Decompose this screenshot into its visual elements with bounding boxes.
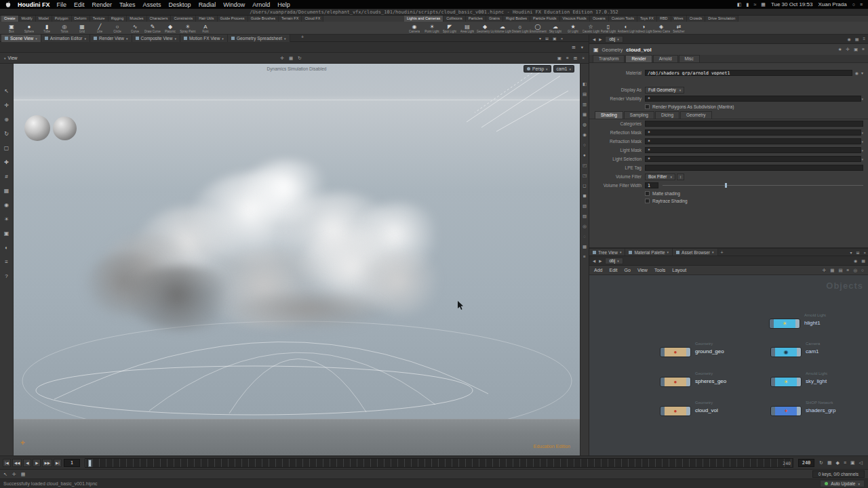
shelf-tool[interactable]: ╱ Line xyxy=(91,22,108,35)
jump-to-end-button[interactable]: ▶| xyxy=(54,459,62,467)
menu-bar-user[interactable]: Xuan Prada xyxy=(818,1,846,7)
new-pane-tab-button[interactable]: + xyxy=(718,249,726,256)
shelf-tab[interactable]: Deform xyxy=(72,16,90,22)
param-menu-icon[interactable]: ▾ xyxy=(861,140,863,144)
network-menu-item[interactable]: View xyxy=(637,268,648,272)
parameter-folder-tab[interactable]: Transform xyxy=(593,55,625,62)
shelf-tool[interactable]: ▤ Area Light xyxy=(458,22,476,35)
orbit-mode-icon[interactable]: ↻ xyxy=(298,56,301,61)
shelf-tab[interactable]: Texture xyxy=(90,16,108,22)
net-align-icon[interactable]: ≡ xyxy=(847,268,850,273)
construction-plane-icon[interactable]: ▦ xyxy=(289,56,293,61)
step-forward-button[interactable]: ▶▶ xyxy=(42,459,52,467)
shelf-tab[interactable]: Oceans xyxy=(590,16,609,22)
shelf-tab[interactable]: Modify xyxy=(19,16,36,22)
shelf-tool[interactable]: ☼ Distant Light xyxy=(511,22,529,35)
pane-tab[interactable]: Tree View ▾ xyxy=(589,249,625,256)
node-body[interactable]: ☀ xyxy=(770,377,802,387)
show-normals-icon[interactable]: ▤ xyxy=(583,92,587,96)
display-icon[interactable]: ◧ xyxy=(737,2,742,7)
display-as-dropdown[interactable]: Full Geometry ▾ xyxy=(645,87,684,94)
refraction-mask-input[interactable]: * xyxy=(645,138,861,144)
node-render-flag[interactable] xyxy=(795,319,800,328)
pane-tab[interactable]: Motion FX View ▾ xyxy=(180,35,228,42)
network-node[interactable]: Geometry ● ground_geo xyxy=(660,346,762,358)
viewport-3d-canvas[interactable]: Dynamics Simulation Disabled Persp ▾ cam… xyxy=(14,64,580,455)
play-reverse-button[interactable]: ◀◀ xyxy=(12,459,22,467)
node-body[interactable]: ☀ xyxy=(769,319,800,329)
shelf-tab[interactable]: Model xyxy=(36,16,52,22)
light-mask-input[interactable]: * xyxy=(645,147,861,153)
render-subfolder-tab[interactable]: Shading xyxy=(595,111,623,119)
select-tool-icon[interactable]: ↖ xyxy=(4,88,9,94)
camera-lock-icon[interactable]: ▣ xyxy=(557,56,561,61)
param-menu-icon[interactable]: ▾ xyxy=(861,157,863,161)
pane-split-icon[interactable]: ⊞ xyxy=(545,36,549,41)
pane-menu-icon[interactable]: ▾ xyxy=(539,36,541,41)
snap-mode-icon[interactable]: ✛ xyxy=(281,56,284,61)
render-subfolder-tab[interactable]: Geometry xyxy=(680,111,712,119)
app-name[interactable]: Houdini FX xyxy=(18,1,50,8)
timeline-ruler[interactable]: 240 xyxy=(85,458,793,468)
shelf-tool[interactable]: ☁ Volume Light xyxy=(494,22,511,35)
node-body[interactable]: ◉ xyxy=(770,347,802,357)
viewport-view-menu[interactable]: ▾ View xyxy=(4,56,18,60)
pane-tab[interactable]: Animation Editor ▾ xyxy=(41,35,90,42)
node-name-label[interactable]: ground_geo xyxy=(695,348,724,354)
network-menu-item[interactable]: Edit xyxy=(609,268,617,272)
network-graph-canvas[interactable]: Objects Arnold Light ☀ xyxy=(589,275,868,457)
shelf-tool[interactable]: ✳ Spray Paint xyxy=(179,22,197,35)
shelf-tab[interactable]: Collisions xyxy=(443,16,466,22)
network-path-chip[interactable]: obj ▾ xyxy=(605,258,623,264)
shaded-icon[interactable]: ▦ xyxy=(583,112,587,117)
node-render-flag[interactable] xyxy=(686,407,690,415)
network-menu-item[interactable]: Add xyxy=(594,268,602,272)
scale-handle-icon[interactable]: ▢ xyxy=(4,145,9,151)
node-name-label[interactable]: shaders_grp xyxy=(806,407,835,413)
material-input[interactable]: /obj/shaders_grp/arnold_vopnet1 xyxy=(645,70,852,76)
shelf-tool[interactable]: ◈ Stereo Camera xyxy=(652,22,670,35)
network-node[interactable]: Camera ◉ cam1 xyxy=(770,346,868,358)
keyframe-icon[interactable]: ◆ xyxy=(836,460,840,466)
pane-close-icon[interactable]: × xyxy=(561,37,564,41)
shelf-tool[interactable]: ◆ Geometry Light xyxy=(476,22,494,35)
macos-menu-item[interactable]: Assets xyxy=(143,1,161,8)
shelf-tool[interactable]: ▣ Box xyxy=(3,22,20,35)
shelf-tab[interactable]: Guide Brushes xyxy=(248,16,279,22)
node-render-flag[interactable] xyxy=(686,348,690,357)
shelf-tab[interactable]: Wires xyxy=(671,16,687,22)
slider-handle[interactable] xyxy=(725,183,727,188)
show-points-icon[interactable]: ◧ xyxy=(583,81,587,86)
macos-menu-item[interactable]: Render xyxy=(92,1,113,8)
shelf-tab[interactable]: Viscous Fluids xyxy=(560,16,590,22)
snapshot-icon[interactable]: ▩ xyxy=(583,244,587,249)
display-settings-icon[interactable]: ≡ xyxy=(583,254,586,259)
spotlight-search-icon[interactable]: ○ xyxy=(852,2,855,7)
node-lock-icon[interactable]: ◉ xyxy=(848,37,851,41)
net-display-icon[interactable]: ▦ xyxy=(861,258,865,263)
net-pin-icon[interactable]: ◉ xyxy=(854,258,857,263)
network-menu-item[interactable]: Tools xyxy=(654,268,665,272)
param-favorites-icon[interactable]: ★ xyxy=(838,47,842,52)
construction-plane-icon[interactable]: ▦ xyxy=(4,188,9,194)
audio-icon[interactable]: ◁ xyxy=(859,460,863,466)
pane-tab[interactable]: Composite View ▾ xyxy=(132,35,180,42)
nav-back-icon[interactable]: ◀ xyxy=(593,259,595,263)
pane-tab[interactable]: Geometry Spreadsheet ▾ xyxy=(228,35,290,42)
shelf-tool[interactable]: ◉ Camera xyxy=(406,22,423,35)
matte-shading-checkbox[interactable] xyxy=(645,191,650,196)
battery-icon[interactable]: ▮ xyxy=(747,2,749,7)
shelf-tool[interactable]: ★ GI Light xyxy=(564,22,582,35)
view-mode-icon[interactable]: ◉ xyxy=(4,202,9,208)
display-options-icon[interactable]: ≡ xyxy=(5,259,8,265)
shelf-tool[interactable]: ◐ Ambient Light xyxy=(617,22,635,35)
shelf-tool[interactable]: ▯ Portal Light xyxy=(599,22,617,35)
rotate-handle-icon[interactable]: ↻ xyxy=(4,131,9,137)
axis-display-icon[interactable]: ▨ xyxy=(583,214,587,218)
node-render-flag[interactable] xyxy=(797,378,801,386)
node-name-label[interactable]: cloud_vol xyxy=(695,407,718,413)
aov-icon[interactable]: ◻ xyxy=(583,183,586,188)
macos-menu-item[interactable]: Desktop xyxy=(169,1,191,8)
volume-filter-width-input[interactable]: 1 xyxy=(645,182,658,188)
pane-tab[interactable]: Asset Browser ▾ xyxy=(673,249,717,256)
